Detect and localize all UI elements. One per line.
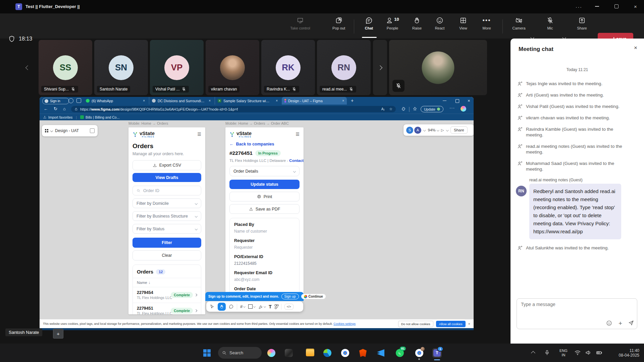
participant-tile[interactable]: VP Vishal Patil ...: [150, 40, 204, 95]
filter-domicile-select[interactable]: Filter by Domicile: [132, 198, 201, 208]
volume-icon[interactable]: [585, 349, 592, 356]
window-more-icon[interactable]: ···: [576, 4, 582, 10]
hand-tool-icon-active[interactable]: [218, 303, 226, 311]
workspaces-icon[interactable]: [68, 98, 73, 103]
order-row[interactable]: 2279454 TL Flex Holdings LLC Complete: [133, 287, 201, 303]
browser-close-icon[interactable]: ×: [468, 98, 470, 103]
print-button[interactable]: Print: [229, 192, 300, 201]
frame-breadcrumb[interactable]: Mobile: Home → Orders: [128, 121, 168, 125]
favorite-star-icon[interactable]: ☆: [389, 107, 392, 111]
attach-plus-icon[interactable]: +: [619, 320, 622, 327]
shape-tool[interactable]: [248, 304, 255, 309]
tiles-scroll-left-icon[interactable]: [25, 65, 30, 70]
tray-mic-icon[interactable]: [544, 349, 550, 356]
filter-structure-select[interactable]: Filter by Business Structure: [132, 211, 201, 221]
view-drafts-button[interactable]: View Drafts: [132, 173, 201, 182]
share-add-button[interactable]: +: [53, 329, 63, 339]
extensions-icon[interactable]: [401, 107, 406, 111]
send-icon[interactable]: [628, 320, 634, 326]
participant-tile[interactable]: RN read.ai mee...: [317, 40, 371, 95]
frame-breadcrumb[interactable]: Mobile: Home → Orders → Order ABC: [225, 121, 289, 125]
frame-tool[interactable]: #: [240, 304, 245, 309]
close-icon[interactable]: ×: [634, 4, 637, 9]
hamburger-menu-icon[interactable]: ☰: [296, 134, 300, 135]
read-aloud-icon[interactable]: A): [381, 107, 384, 111]
tab-actions-icon[interactable]: [76, 98, 81, 103]
spotlight-tile[interactable]: [389, 40, 487, 95]
browser-maximize-icon[interactable]: [455, 99, 459, 103]
participant-tile[interactable]: SS Shivani Sup...: [39, 40, 92, 95]
start-button[interactable]: [202, 348, 212, 358]
whatsapp-icon[interactable]: 81: [395, 348, 405, 358]
tab-close-icon[interactable]: ×: [342, 99, 344, 103]
cookie-settings-link[interactable]: Cookies settings: [333, 322, 356, 325]
allow-cookies-button[interactable]: Allow all cookies: [436, 321, 466, 327]
chevron-down-icon[interactable]: [446, 129, 448, 131]
comment-tool-icon[interactable]: [229, 304, 234, 309]
language-indicator[interactable]: ENGIN: [559, 349, 568, 357]
contact-person-link[interactable]: Contact-Person: [289, 159, 304, 163]
browser-update-button[interactable]: Update: [421, 106, 443, 112]
participant-tile[interactable]: vikram chavan: [206, 40, 259, 95]
figma-canvas[interactable]: Design - UAT S A 94% ▷ Share Mobile: Hom…: [40, 120, 474, 330]
chat-input-box[interactable]: +: [517, 298, 637, 329]
copilot-icon[interactable]: [267, 348, 276, 358]
tab-close-icon[interactable]: ×: [143, 99, 145, 103]
refresh-icon[interactable]: ↻: [54, 106, 57, 111]
order-details-select[interactable]: Order Details: [229, 166, 300, 176]
collections-icon[interactable]: [413, 107, 417, 111]
back-to-companies-link[interactable]: ←Back to companies: [229, 142, 300, 146]
chat-message-input[interactable]: [520, 301, 632, 307]
dev-mode-toggle-icon[interactable]: </>: [284, 304, 293, 310]
raise-button[interactable]: Raise: [405, 17, 429, 30]
browser-tab[interactable]: (6) WhatsApp×: [83, 97, 148, 105]
vscode-icon[interactable]: [376, 348, 385, 358]
zoom-level-control[interactable]: 94%: [428, 128, 439, 132]
chrome-profile-icon[interactable]: [415, 348, 424, 358]
brave-icon[interactable]: [358, 348, 368, 358]
battery-icon[interactable]: [596, 349, 603, 356]
tray-expand-icon[interactable]: [531, 351, 535, 355]
filter-button[interactable]: Filter: [132, 238, 201, 248]
save-pdf-button[interactable]: Save as PDF: [229, 204, 300, 214]
back-icon[interactable]: ←: [44, 106, 48, 111]
figma-doc-chip[interactable]: Design - UAT: [42, 125, 98, 136]
share-button[interactable]: Share: [570, 17, 594, 30]
edge-icon[interactable]: [323, 348, 332, 358]
emoji-icon[interactable]: [606, 320, 612, 326]
figma-share-button[interactable]: Share: [450, 126, 468, 134]
tab-close-icon[interactable]: ×: [209, 99, 211, 103]
clear-button[interactable]: Clear: [132, 250, 201, 260]
tiles-scroll-right-button[interactable]: [373, 40, 387, 95]
browser-tab[interactable]: X Sample Salary Structure with calc×: [215, 97, 280, 105]
minimize-icon[interactable]: [595, 6, 599, 7]
more-button[interactable]: ••• More: [475, 17, 498, 30]
camera-button[interactable]: Camera: [507, 17, 531, 30]
bookmark-import[interactable]: Import favorites: [43, 115, 72, 119]
filter-status-select[interactable]: Filter by Status: [132, 224, 201, 234]
browser-minimize-icon[interactable]: [443, 101, 446, 101]
banner-signup-button[interactable]: Sign up: [281, 294, 299, 299]
teams-icon-active[interactable]: T 1: [432, 348, 442, 358]
cookie-close-icon[interactable]: ×: [468, 322, 470, 326]
new-tab-icon[interactable]: +: [351, 98, 354, 103]
participant-tile[interactable]: RK Ravindra K...: [261, 40, 315, 95]
chrome-icon[interactable]: [340, 348, 350, 358]
pop-out-button[interactable]: Pop out: [327, 17, 351, 30]
tab-close-icon[interactable]: ×: [276, 99, 278, 103]
banner-continue-google-button[interactable]: Continue: [301, 294, 326, 299]
text-tool-icon[interactable]: T: [269, 304, 272, 309]
chat-close-icon[interactable]: ×: [634, 45, 637, 51]
collaborator-avatar[interactable]: S: [406, 127, 413, 134]
file-explorer-icon[interactable]: [305, 348, 315, 358]
column-header-name[interactable]: Name↓: [133, 278, 201, 287]
taskbar-clock[interactable]: 11:4008-04-2025: [619, 348, 639, 358]
taskbar-search-box[interactable]: Search: [218, 347, 262, 359]
view-button[interactable]: View: [451, 17, 475, 30]
resources-tool-icon[interactable]: +: [275, 304, 278, 309]
browser-signin-button[interactable]: Sign in: [42, 98, 69, 104]
address-bar[interactable]: https://www.figma.com/design/9BKQ0FOHRWa…: [71, 106, 396, 112]
chat-button[interactable]: Chat: [357, 17, 381, 30]
react-button[interactable]: React: [428, 17, 451, 30]
mic-button[interactable]: Mic: [538, 17, 562, 30]
